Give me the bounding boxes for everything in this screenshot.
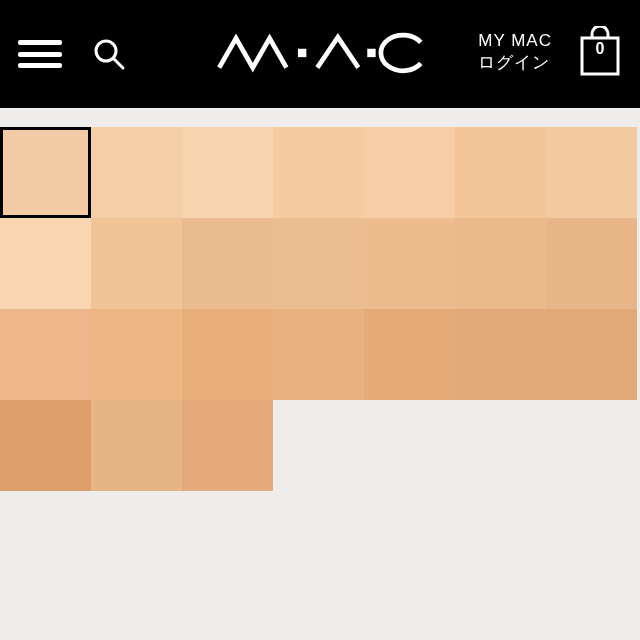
shade-swatch[interactable] [182,127,273,218]
shade-swatch[interactable] [182,218,273,309]
shade-swatch[interactable] [91,400,182,491]
search-icon [92,37,126,71]
shade-swatch[interactable] [273,127,364,218]
swatch-empty [273,400,364,491]
shade-swatch[interactable] [546,218,637,309]
menu-button[interactable] [18,40,62,68]
shade-swatch[interactable] [0,400,91,491]
shade-swatch[interactable] [182,400,273,491]
shade-swatch-grid [0,127,640,491]
shade-swatch[interactable] [91,218,182,309]
swatch-row [0,127,640,218]
shade-swatch[interactable] [91,127,182,218]
shade-swatch[interactable] [455,309,546,400]
shade-swatch[interactable] [273,309,364,400]
svg-rect-2 [298,49,306,57]
shade-swatch[interactable] [0,309,91,400]
account-line1: MY MAC [478,30,552,52]
shade-swatch[interactable] [273,218,364,309]
shade-swatch[interactable] [364,309,455,400]
swatch-row [0,400,640,491]
swatch-empty [546,400,637,491]
shopping-bag-button[interactable]: 0 [578,26,622,78]
bag-count: 0 [578,40,622,58]
swatch-empty [364,400,455,491]
shade-swatch[interactable] [364,127,455,218]
svg-line-1 [114,59,123,68]
svg-rect-3 [367,49,375,57]
shade-swatch[interactable] [455,127,546,218]
shade-swatch[interactable] [546,309,637,400]
shade-swatch[interactable] [455,218,546,309]
swatch-empty [455,400,546,491]
shade-swatch[interactable] [0,127,91,218]
account-line2: ログイン [478,52,552,74]
account-link[interactable]: MY MAC ログイン [478,30,552,74]
shade-swatch[interactable] [546,127,637,218]
swatch-row [0,218,640,309]
shade-swatch[interactable] [182,309,273,400]
shade-swatch[interactable] [0,218,91,309]
shade-swatch[interactable] [364,218,455,309]
site-header: MY MAC ログイン 0 [0,0,640,108]
search-button[interactable] [90,35,128,73]
swatch-row [0,309,640,400]
brand-logo[interactable] [215,30,425,78]
shade-swatch[interactable] [91,309,182,400]
